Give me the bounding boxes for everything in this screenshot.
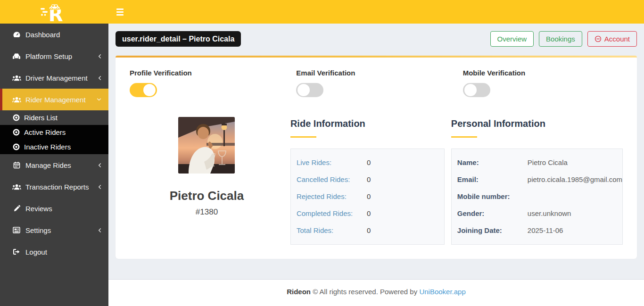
detail-row: Pietro Cicala #1380 Ride Information Liv… bbox=[130, 117, 623, 245]
sidebar-item-label: Reviews bbox=[25, 205, 101, 213]
ride-info-value: 0 bbox=[367, 175, 371, 183]
car-icon bbox=[12, 53, 21, 59]
personal-info-value: Pietro Cicala bbox=[528, 158, 568, 166]
ride-information-section: Ride Information Live Rides: 0 Cancelled… bbox=[290, 117, 445, 245]
profile-verification-label: Profile Verification bbox=[130, 69, 289, 77]
personal-info-row: Mobile number: bbox=[452, 188, 622, 205]
rider-photo bbox=[178, 117, 235, 174]
ride-info-value: 0 bbox=[367, 158, 371, 166]
personal-info-value: user.unknown bbox=[528, 209, 571, 217]
sidebar: Dashboard Platform Setup Driver Manageme… bbox=[0, 24, 108, 306]
sidebar-item-label: Transaction Reports bbox=[25, 183, 97, 191]
sidebar-item-label: Platform Setup bbox=[25, 52, 97, 60]
sidebar-item-settings[interactable]: Settings bbox=[0, 219, 108, 241]
sidebar-item-driver-management[interactable]: Driver Management bbox=[0, 67, 108, 89]
brand-logo[interactable]: R bbox=[0, 0, 108, 24]
personal-info-label: Gender: bbox=[457, 209, 528, 217]
profile-verification-toggle[interactable] bbox=[130, 83, 157, 97]
users-icon bbox=[12, 183, 21, 190]
toggle-knob bbox=[464, 84, 477, 96]
sidebar-item-reviews[interactable]: Reviews bbox=[0, 198, 108, 219]
ride-info-label: Live Rides: bbox=[297, 158, 367, 166]
sidebar-item-platform-setup[interactable]: Platform Setup bbox=[0, 45, 108, 67]
chevron-left-icon bbox=[97, 75, 101, 81]
personal-info-row: Gender: user.unknown bbox=[452, 205, 622, 222]
users-icon bbox=[12, 74, 21, 82]
main-content: user.rider_detail – Pietro Cicala Overvi… bbox=[108, 24, 644, 306]
personal-info-row: Joining Date: 2025-11-06 bbox=[452, 222, 622, 239]
sidebar-item-label: Settings bbox=[25, 226, 97, 234]
personal-info-row: Name: Pietro Cicala bbox=[452, 154, 622, 171]
account-button[interactable]: Account bbox=[587, 31, 637, 47]
page-header: user.rider_detail – Pietro Cicala Overvi… bbox=[108, 24, 644, 47]
mobile-verification-toggle[interactable] bbox=[463, 83, 490, 97]
sidebar-item-transaction-reports[interactable]: Transaction Reports bbox=[0, 176, 108, 198]
ride-info-row: Completed Rides: 0 bbox=[291, 205, 444, 222]
personal-info-value: pietro.cicala.1985@gmail.com bbox=[528, 175, 622, 183]
verification-row: Profile Verification Email Verification … bbox=[130, 69, 623, 97]
ride-info-label: Cancelled Rides: bbox=[297, 175, 367, 183]
email-verification-section: Email Verification bbox=[296, 69, 456, 97]
toggle-knob bbox=[143, 84, 156, 96]
overview-button-label: Overview bbox=[497, 35, 527, 43]
pen-icon bbox=[12, 205, 21, 212]
personal-information-section: Personal Information Name: Pietro Cicala… bbox=[451, 117, 623, 245]
sign-out-icon bbox=[12, 248, 21, 255]
ride-info-label: Rejected Rides: bbox=[297, 192, 367, 200]
ride-info-value: 0 bbox=[367, 192, 371, 200]
ride-information-title: Ride Information bbox=[290, 117, 445, 129]
rider-management-submenu: Riders List Active Riders Inactive Rider… bbox=[0, 110, 108, 154]
personal-info-label: Mobile number: bbox=[457, 192, 528, 200]
chevron-left-icon bbox=[97, 163, 101, 168]
sidebar-item-rider-management[interactable]: Rider Management bbox=[0, 89, 108, 110]
personal-info-label: Name: bbox=[457, 158, 528, 166]
page-title: user.rider_detail – Pietro Cicala bbox=[116, 31, 241, 47]
sidebar-item-label: Logout bbox=[25, 248, 101, 256]
chevron-left-icon bbox=[97, 184, 101, 190]
ride-info-value: 0 bbox=[367, 226, 371, 234]
sidebar-item-label: Manage Rides bbox=[25, 161, 97, 169]
bookings-button[interactable]: Bookings bbox=[539, 31, 582, 47]
sidebar-item-logout[interactable]: Logout bbox=[0, 241, 108, 263]
footer-link[interactable]: UniBooker.app bbox=[419, 288, 465, 296]
footer-brand: Rideon bbox=[287, 288, 311, 296]
users-icon bbox=[12, 96, 21, 103]
bookings-button-label: Bookings bbox=[546, 35, 575, 43]
hamburger-menu-icon[interactable] bbox=[116, 0, 124, 24]
newspaper-icon bbox=[12, 227, 21, 233]
title-underline bbox=[451, 136, 477, 138]
email-verification-toggle[interactable] bbox=[296, 83, 323, 97]
account-button-label: Account bbox=[604, 35, 630, 43]
ride-info-value: 0 bbox=[367, 209, 371, 217]
personal-info-label: Email: bbox=[457, 175, 528, 183]
sidebar-item-manage-rides[interactable]: Manage Rides bbox=[0, 154, 108, 176]
rideon-logo-icon: R bbox=[40, 1, 69, 23]
sidebar-item-label: Driver Management bbox=[25, 74, 97, 82]
sidebar-subitem-active-riders[interactable]: Active Riders bbox=[0, 125, 108, 140]
title-underline bbox=[290, 136, 316, 138]
personal-information-title: Personal Information bbox=[451, 117, 623, 129]
chevron-down-icon bbox=[97, 98, 101, 101]
sidebar-subitem-riders-list[interactable]: Riders List bbox=[0, 110, 108, 125]
chevron-left-icon bbox=[97, 54, 101, 59]
overview-button[interactable]: Overview bbox=[490, 31, 534, 47]
mobile-verification-label: Mobile Verification bbox=[463, 69, 623, 77]
ride-info-row: Rejected Rides: 0 bbox=[291, 188, 444, 205]
sidebar-item-dashboard[interactable]: Dashboard bbox=[0, 24, 108, 45]
minus-circle-icon bbox=[594, 35, 602, 42]
sidebar-item-label: Dashboard bbox=[25, 31, 101, 39]
profile-column: Pietro Cicala #1380 bbox=[130, 117, 284, 245]
sidebar-subitem-inactive-riders[interactable]: Inactive Riders bbox=[0, 140, 108, 154]
rider-name: Pietro Cicala bbox=[130, 189, 284, 203]
sidebar-subitem-label: Riders List bbox=[24, 114, 58, 122]
ride-info-row: Total Rides: 0 bbox=[291, 222, 444, 239]
chevron-left-icon bbox=[97, 228, 101, 233]
calendar-icon bbox=[12, 161, 21, 169]
sidebar-subitem-label: Inactive Riders bbox=[24, 143, 71, 151]
dot-circle-icon bbox=[12, 129, 20, 136]
personal-info-label: Joining Date: bbox=[457, 226, 528, 234]
sidebar-subitem-label: Active Riders bbox=[24, 128, 66, 136]
rider-id: #1380 bbox=[130, 207, 284, 217]
ride-info-label: Total Rides: bbox=[297, 226, 367, 234]
ride-info-row: Live Rides: 0 bbox=[291, 154, 444, 171]
